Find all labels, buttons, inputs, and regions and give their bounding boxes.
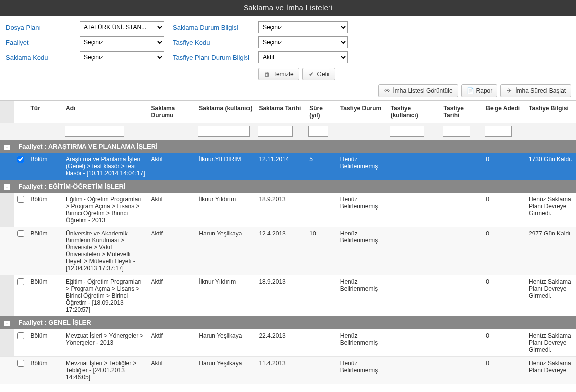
filter-adi[interactable] [65,126,124,137]
tasfiye-kodu-select[interactable]: Seçiniz [258,36,348,48]
cell-adi: Eğitim - Öğretim Programları > Program A… [63,193,148,227]
cell-adedi: 0 [483,329,526,357]
collapse-toggle[interactable]: − [0,180,14,193]
dosya-plani-select[interactable]: ATATÜRK ÜNİ. STAN... [80,21,164,33]
table-row[interactable]: BölümÜniversite ve Akademik Birimlerin K… [0,227,576,275]
cell-sure [306,275,337,316]
getir-button[interactable]: ✔ Getir [302,68,335,80]
col-sure[interactable]: Süre (yıl) [306,101,337,123]
rapor-button[interactable]: 📄 Rapor [461,84,498,97]
saklama-durum-label: Saklama Durum Bilgisi [173,24,238,31]
col-sdurum[interactable]: Saklama Durumu [148,101,196,123]
filter-tkull[interactable] [390,126,424,137]
cell-adi: Üniversite ve Akademik Birimlerin Kurulm… [63,227,148,275]
group-header[interactable]: −Faaliyet : EĞİTİM-ÖĞRETİM İŞLERİ [0,180,576,193]
saklama-durum-select[interactable]: Seçiniz [258,21,348,33]
col-tkull[interactable]: Tasfiye (kullanıcı) [388,101,441,123]
row-checkbox[interactable] [17,332,24,339]
collapse-toggle[interactable]: − [0,140,14,153]
cell-tkull [388,329,441,357]
start-process-label: İmha Süreci Başlat [515,87,566,94]
cell-starih: 12.11.2014 [256,153,306,180]
col-ttarih[interactable]: Tasfiye Tarihi [441,101,483,123]
filter-starih[interactable] [258,126,293,137]
row-checkbox[interactable] [17,156,24,163]
table-row[interactable]: BölümEğitim - Öğretim Programları > Prog… [0,275,576,316]
temizle-button[interactable]: 🗑 Temizle [258,68,299,80]
view-list-button[interactable]: 👁 İmha Listesi Görüntüle [378,84,458,97]
cell-ttarih [441,275,483,316]
cell-tdurum: Henüz Belirlenmemiş [337,356,388,384]
cell-skull: İlknur Yıldırım [196,193,256,227]
cell-sdurum: Aktif [148,356,196,384]
group-header[interactable]: −Faaliyet : ARAŞTIRMA VE PLANLAMA İŞLERİ [0,140,576,153]
tasfiye-plan-durum-select[interactable]: Aktif [258,51,348,63]
col-tur[interactable]: Tür [27,101,63,123]
row-checkbox[interactable] [17,230,24,237]
cell-adedi: 0 [483,193,526,227]
cell-sure [306,329,337,357]
view-list-label: İmha Listesi Görüntüle [393,87,453,94]
cell-adedi: 0 [483,356,526,384]
minus-icon: − [4,320,10,327]
cell-skull: İlknur Yıldırım [196,275,256,316]
saklama-kodu-label: Saklama Kodu [6,54,71,61]
cell-sure: 5 [306,153,337,180]
send-icon: ✈ [506,87,513,94]
cell-ttarih [441,329,483,357]
row-checkbox[interactable] [17,360,24,367]
filter-ttarih[interactable] [443,126,470,137]
cell-tur: Bölüm [27,275,63,316]
col-adi[interactable]: Adı [63,101,148,123]
table-row[interactable]: BölümMevzuat İşleri > Tebliğler > Tebliğ… [0,356,576,384]
cell-tur: Bölüm [27,227,63,275]
cell-bilgi: Henüz Saklama Planı Devreye Girmedi. [526,329,576,357]
cell-bilgi: Henüz Saklama Planı Devreye Girmedi. [526,275,576,316]
cell-tur: Bölüm [27,356,63,384]
cell-adi: Eğitim - Öğretim Programları > Program A… [63,275,148,316]
cell-sdurum: Aktif [148,275,196,316]
cell-starih: 18.9.2013 [256,193,306,227]
cell-bilgi: Henüz Saklama Planı Devreye Girmedi. [526,193,576,227]
col-adedi[interactable]: Belge Adedi [483,101,526,123]
cell-tkull [388,153,441,180]
cell-bilgi: 2977 Gün Kaldı. [526,227,576,275]
col-bilgi[interactable]: Tasfiye Bilgisi [526,101,576,123]
filter-sure[interactable] [308,126,328,137]
group-header[interactable]: −Faaliyet : GENEL İŞLER [0,316,576,329]
cell-tkull [388,275,441,316]
cell-sure [306,193,337,227]
faaliyet-select[interactable]: Seçiniz [80,36,164,48]
cell-starih: 12.4.2013 [256,227,306,275]
col-starih[interactable]: Saklama Tarihi [256,101,306,123]
cell-tdurum: Henüz Belirlenmemiş [337,227,388,275]
table-row[interactable]: BölümEğitim - Öğretim Programları > Prog… [0,193,576,227]
temizle-label: Temizle [273,71,294,78]
filter-adedi[interactable] [485,126,512,137]
tasfiye-kodu-label: Tasfiye Kodu [173,39,238,46]
cell-tkull [388,193,441,227]
col-skull[interactable]: Saklama (kullanıcı) [196,101,256,123]
filter-panel: Dosya Planı Faaliyet Saklama Kodu ATATÜR… [0,16,576,82]
action-bar: 👁 İmha Listesi Görüntüle 📄 Rapor ✈ İmha … [0,82,576,100]
start-process-button[interactable]: ✈ İmha Süreci Başlat [500,84,571,97]
col-tdurum[interactable]: Tasfiye Durum [337,101,388,123]
filter-skull[interactable] [198,126,250,137]
cell-sdurum: Aktif [148,227,196,275]
saklama-kodu-select[interactable]: Seçiniz [80,51,164,63]
cell-starih: 18.9.2013 [256,275,306,316]
trash-icon: 🗑 [264,71,271,78]
row-checkbox[interactable] [17,278,24,285]
cell-ttarih [441,153,483,180]
collapse-toggle[interactable]: − [0,316,14,329]
minus-icon: − [4,144,10,151]
table-row[interactable]: BölümAraştırma ve Planlama İşleri (Genel… [0,153,576,180]
cell-tur: Bölüm [27,153,63,180]
row-checkbox[interactable] [17,196,24,203]
cell-adedi: 0 [483,275,526,316]
table-row[interactable]: BölümMevzuat İşleri > Yönergeler > Yöner… [0,329,576,357]
cell-tkull [388,356,441,384]
minus-icon: − [4,184,10,190]
cell-skull: Harun Yeşilkaya [196,329,256,357]
cell-sure [306,356,337,384]
